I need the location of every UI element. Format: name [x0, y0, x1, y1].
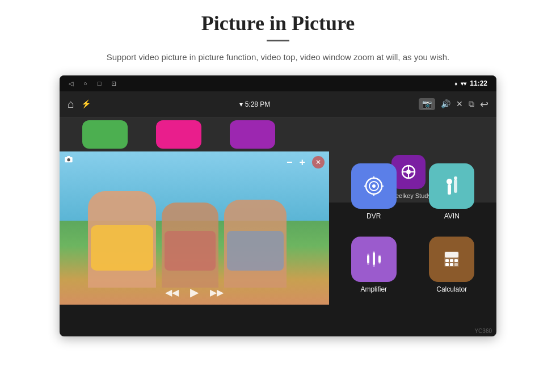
app-grid: DVR AVIN [329, 151, 496, 305]
status-bar: ◁ ○ □ ⊡ ♦ ▾▾ 11:22 [60, 75, 496, 91]
svg-point-13 [454, 176, 457, 180]
wifi-appbar-icon: ▾ [239, 100, 243, 108]
svg-rect-17 [373, 252, 375, 265]
back-icon[interactable]: ↩ [480, 98, 488, 111]
dvr-label: DVR [367, 212, 381, 220]
svg-rect-15 [367, 255, 369, 263]
nav-back-icon[interactable]: ◁ [69, 80, 73, 87]
pip-resize-controls: − + ✕ [287, 156, 325, 168]
nav-screenshot-icon[interactable]: ⊡ [111, 80, 116, 87]
pip-rewind-button[interactable]: ◀◀ [165, 287, 179, 298]
svg-rect-21 [445, 252, 458, 258]
pip-play-button[interactable]: ▶ [190, 285, 199, 299]
calculator-app[interactable]: Calculator [415, 230, 489, 299]
app-bar: ⌂ ⚡ ▾ 5:28 PM 📷 🔊 ✕ ⧉ ↩ [60, 91, 496, 117]
page-subtitle: Support video picture in picture functio… [107, 50, 449, 64]
svg-rect-12 [454, 179, 457, 193]
svg-rect-25 [445, 263, 449, 266]
svg-rect-2 [67, 156, 70, 158]
pip-video[interactable]: − + ✕ ◀◀ ▶ ▶▶ [60, 151, 329, 305]
top-app-2[interactable] [156, 120, 201, 149]
svg-rect-19 [378, 256, 381, 263]
pip-camera-icon [64, 155, 73, 166]
avin-app[interactable]: AVIN [415, 157, 489, 226]
dvr-icon-box[interactable] [351, 163, 397, 209]
watermark: YC360 [474, 328, 492, 334]
svg-rect-26 [450, 263, 453, 266]
svg-rect-23 [450, 259, 453, 262]
status-bar-left: ◁ ○ □ ⊡ [69, 80, 116, 87]
dvr-app[interactable]: DVR [337, 157, 411, 226]
amplifier-app[interactable]: Amplifier [337, 230, 411, 299]
calculator-label: Calculator [436, 285, 467, 293]
wifi-status-icon: ▾▾ [461, 81, 466, 87]
home-button[interactable]: ⌂ [68, 98, 74, 111]
volume-icon[interactable]: 🔊 [441, 99, 450, 109]
app-bar-left: ⌂ ⚡ [68, 98, 91, 111]
window-icon[interactable]: ⧉ [469, 100, 474, 109]
pip-forward-button[interactable]: ▶▶ [210, 287, 224, 298]
pip-plus-button[interactable]: + [299, 157, 305, 168]
status-bar-right: ♦ ▾▾ 11:22 [454, 79, 487, 87]
svg-point-5 [372, 184, 376, 188]
close-app-icon[interactable]: ✕ [456, 99, 463, 109]
pip-minus-button[interactable]: − [287, 157, 293, 168]
amplifier-icon-box[interactable] [351, 237, 397, 282]
device-frame: ◁ ○ □ ⊡ ♦ ▾▾ 11:22 ⌂ ⚡ ▾ 5:28 PM 📷 [60, 75, 496, 336]
location-icon: ♦ [454, 81, 457, 87]
svg-rect-22 [445, 259, 449, 262]
camera-button[interactable]: 📷 [419, 98, 435, 110]
app-bar-center: ▾ 5:28 PM [239, 100, 271, 108]
usb-icon: ⚡ [81, 99, 91, 109]
appbar-time: 5:28 PM [245, 100, 271, 108]
svg-rect-27 [454, 263, 458, 266]
page-title: Picture in Picture [201, 11, 355, 35]
status-time: 11:22 [470, 79, 487, 87]
svg-point-1 [67, 158, 70, 161]
nav-recents-icon[interactable]: □ [98, 80, 102, 87]
avin-icon-box[interactable] [429, 163, 474, 209]
pip-video-content: − + ✕ ◀◀ ▶ ▶▶ [60, 151, 329, 305]
amplifier-label: Amplifier [360, 285, 387, 293]
top-app-1[interactable] [82, 120, 128, 149]
avin-label: AVIN [444, 212, 460, 220]
nav-home-icon[interactable]: ○ [83, 80, 87, 87]
page-container: Picture in Picture Support video picture… [0, 0, 556, 392]
app-bar-right: 📷 🔊 ✕ ⧉ ↩ [419, 98, 488, 111]
main-content: − + ✕ ◀◀ ▶ ▶▶ [60, 117, 496, 203]
top-app-row [60, 117, 496, 151]
top-app-3[interactable] [230, 120, 275, 149]
calculator-icon-box[interactable] [429, 237, 474, 282]
svg-rect-11 [448, 184, 451, 195]
title-divider [267, 40, 289, 41]
svg-rect-24 [454, 259, 458, 262]
svg-point-10 [447, 179, 452, 184]
pip-close-button[interactable]: ✕ [312, 156, 325, 168]
